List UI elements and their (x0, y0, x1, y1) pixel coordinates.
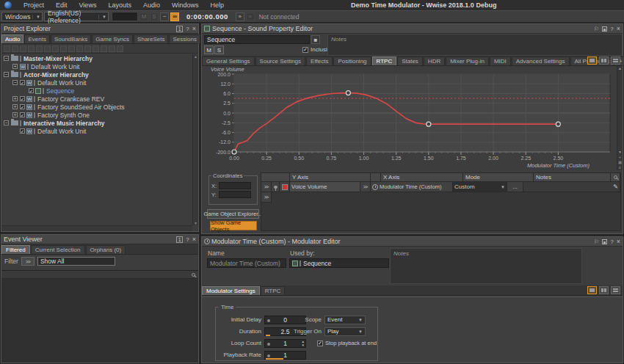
rtpc-curve-chart[interactable]: 200.012.06.02.50.0-2.5-6.0-12.0-200.00.0… (202, 66, 617, 170)
tree-vertical-scrollbar[interactable]: ▲▼ (192, 54, 198, 225)
explorer-toolbar-icon[interactable] (84, 46, 91, 52)
solo-button[interactable]: S (214, 46, 224, 54)
used-by-field[interactable]: Sequence (289, 258, 389, 268)
tab-filtered[interactable]: Filtered (1, 245, 30, 254)
layout-single-button[interactable] (587, 57, 597, 65)
explorer-toolbar-icon[interactable] (20, 46, 26, 52)
tree-item-checkbox[interactable]: ✓ (20, 96, 25, 101)
menu-help[interactable]: Help (204, 1, 230, 9)
menu-views[interactable]: Views (73, 1, 103, 9)
profiler-waveform-icon[interactable]: ~ (160, 12, 169, 21)
layout-split-horizontal-button[interactable] (611, 57, 620, 65)
close-icon[interactable]: × (617, 25, 620, 32)
layout-split-vertical-button[interactable] (599, 57, 609, 65)
tree-item-checkbox[interactable]: ✓ (29, 88, 34, 93)
tab-game-syncs[interactable]: Game Syncs (92, 34, 133, 43)
tab-rtpc[interactable]: RTPC (261, 286, 286, 295)
menu-windows[interactable]: Windows (166, 1, 205, 9)
explorer-toolbar-icon[interactable] (101, 46, 107, 52)
menu-project[interactable]: Project (18, 1, 50, 9)
explorer-toolbar-icon[interactable] (68, 46, 75, 52)
tab-current-selection[interactable]: Current Selection (31, 245, 85, 254)
tab-states[interactable]: States (397, 57, 423, 65)
solo-button[interactable]: S (150, 12, 159, 21)
tab-orphans-0[interactable]: Orphans (0) (86, 245, 126, 254)
explorer-toolbar-icon[interactable] (52, 46, 59, 52)
tree-item-factory-synth-one[interactable]: +✓WFactory Synth One (1, 111, 192, 119)
tree-item-default-work-unit[interactable]: −✓WDefault Work Unit (1, 79, 192, 87)
mute-button[interactable]: M (139, 12, 148, 21)
tab-events[interactable]: Events (24, 34, 49, 43)
tab-general-settings[interactable]: General Settings (202, 57, 255, 65)
search-icon[interactable] (614, 175, 617, 179)
tab-rtpc[interactable]: RTPC (372, 57, 397, 65)
help-icon[interactable]: ? (186, 236, 189, 243)
layout-combo[interactable]: Windows ▼ (1, 12, 43, 21)
explorer-toolbar-icon[interactable] (36, 46, 43, 52)
tree-item-checkbox[interactable]: ✓ (20, 112, 25, 117)
x-axis-expand-button[interactable]: >> (363, 184, 368, 189)
tab-advanced-settings[interactable]: Advanced Settings (512, 57, 570, 65)
save-icon[interactable] (602, 239, 607, 244)
tree-item-checkbox[interactable]: ✓ (20, 80, 25, 85)
explorer-toolbar-icon[interactable] (117, 46, 123, 52)
tab-hdr[interactable]: HDR (424, 57, 445, 65)
notes-cell[interactable]: ✎ (523, 182, 620, 192)
mode-more-button[interactable]: ... (507, 182, 523, 192)
rtpc-curve-row[interactable]: >> Voice Volume >> Modulator Time (Custo… (261, 182, 620, 192)
collapse-icon[interactable]: − (12, 80, 18, 85)
tree-item-master-mixer-hierarchy[interactable]: −Master-Mixer Hierarchy (1, 54, 192, 62)
expand-icon[interactable]: + (12, 104, 18, 109)
tab-soundbanks[interactable]: SoundBanks (51, 34, 91, 43)
tab-midi[interactable]: MIDI (490, 57, 511, 65)
mode-dropdown[interactable]: Custom▼ (453, 182, 507, 192)
tree-item-default-work-unit[interactable]: ✓WDefault Work Unit (1, 127, 192, 135)
save-icon[interactable] (602, 26, 607, 32)
language-combo[interactable]: English(US) (Reference) ▼ (44, 12, 109, 21)
close-icon[interactable]: × (192, 25, 196, 32)
tree-item-interactive-music-hierarchy[interactable]: −Interactive Music Hierarchy (1, 119, 192, 127)
x-coordinate-input[interactable] (219, 182, 251, 189)
rtpc-empty-row[interactable]: >> (261, 192, 620, 203)
scope-dropdown[interactable]: Event▼ (324, 316, 366, 324)
collapse-icon[interactable]: − (4, 56, 9, 61)
filter-input[interactable]: Show All (37, 257, 115, 266)
y-coordinate-input[interactable] (219, 191, 251, 198)
tab-audio[interactable]: Audio (1, 34, 23, 43)
pin-icon[interactable]: ⚐ (594, 239, 599, 245)
expand-icon[interactable]: + (12, 96, 18, 101)
object-picker-icon[interactable]: ■ (311, 35, 320, 44)
remote-sync-icon[interactable]: » (246, 12, 255, 21)
notes-field[interactable]: Notes (327, 34, 623, 56)
help-icon[interactable]: ? (186, 26, 189, 32)
menu-audio[interactable]: Audio (137, 1, 166, 9)
remote-connect-icon[interactable]: » (236, 12, 244, 21)
explorer-toolbar-icon[interactable] (28, 46, 35, 52)
curve-color-swatch[interactable] (282, 184, 288, 190)
tab-modulator-settings[interactable]: Modulator Settings (202, 286, 260, 295)
notes-field[interactable]: Notes (390, 248, 582, 284)
filter-expand-button[interactable]: >> (21, 257, 35, 266)
tab-source-settings[interactable]: Source Settings (255, 57, 305, 65)
y-axis-cell[interactable]: Voice Volume (290, 182, 360, 192)
explorer-toolbar-icon[interactable] (4, 46, 10, 52)
edit-pencil-icon[interactable]: ✎ (613, 183, 618, 190)
tree-item-factory-soundseed-air-objects[interactable]: +✓WFactory SoundSeed Air Objects (1, 103, 192, 111)
event-list[interactable] (1, 270, 198, 363)
curve-row-expand-button[interactable]: >> (264, 194, 269, 200)
game-object-explorer-button[interactable]: Game Object Explorer... (207, 209, 259, 219)
help-icon[interactable]: ? (610, 239, 613, 245)
expand-icon[interactable]: + (12, 112, 18, 117)
menu-edit[interactable]: Edit (50, 1, 73, 9)
graph-vertical-scrollbar[interactable]: ▲ ▼+▦≡ (617, 66, 623, 170)
explorer-toolbar-icon[interactable] (109, 46, 115, 52)
rtpc-graph-area[interactable]: 200.012.06.02.50.0-2.5-6.0-12.0-200.00.0… (202, 66, 623, 171)
collapse-icon[interactable]: − (4, 120, 9, 125)
explorer-toolbar-icon[interactable] (76, 46, 83, 52)
playback-rate-field[interactable]: 1 (264, 351, 306, 360)
close-icon[interactable]: × (617, 238, 620, 245)
explorer-toolbar-icon[interactable] (60, 46, 67, 52)
tab-sharesets[interactable]: ShareSets (134, 34, 168, 43)
explorer-toolbar-icon[interactable] (44, 46, 51, 52)
tree-item-sequence[interactable]: ✓Sequence (1, 87, 192, 95)
